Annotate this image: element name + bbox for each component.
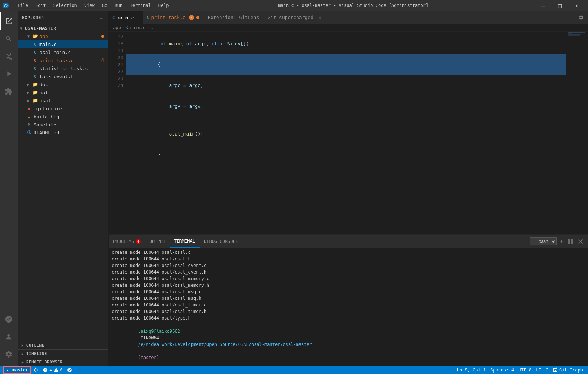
close-button[interactable]: ✕ bbox=[568, 0, 585, 11]
tree-file-gitignore[interactable]: ◆ .gitignore bbox=[18, 104, 108, 112]
outline-label: OUTLINE bbox=[26, 343, 45, 348]
breadcrumb-file-icon: C bbox=[126, 26, 128, 30]
chevron-right-icon: ▶ bbox=[26, 90, 31, 95]
filename-readme: README.md bbox=[34, 130, 59, 136]
tab-close-gitlens[interactable]: ✕ bbox=[318, 15, 321, 20]
status-git-graph[interactable]: Git Graph bbox=[550, 366, 585, 374]
panel-tab-debug[interactable]: DEBUG CONSOLE bbox=[200, 235, 243, 248]
activity-source-control[interactable] bbox=[0, 47, 18, 65]
code-line-20: argv = argv; bbox=[126, 96, 566, 117]
breadcrumb-main-c[interactable]: main.c bbox=[130, 25, 146, 30]
tree-file-main-c[interactable]: C main.c bbox=[18, 40, 108, 48]
tab-label-gitlens: Extension: GitLens — Git supercharged bbox=[208, 15, 313, 20]
status-branch[interactable]: master bbox=[3, 366, 31, 374]
code-editor: 17 18 19 20 21 22 23 24 int main(int arg… bbox=[109, 32, 588, 234]
menu-view[interactable]: View bbox=[81, 2, 98, 9]
panel-controls: 1: bash + bbox=[530, 236, 588, 246]
tab-main-c[interactable]: C main.c ✕ bbox=[109, 11, 143, 24]
panel-tab-problems[interactable]: PROBLEMS 4 bbox=[109, 235, 145, 248]
menu-go[interactable]: Go bbox=[99, 2, 110, 9]
tab-settings-button[interactable] bbox=[574, 11, 588, 24]
code-line-19: argc = argc; bbox=[126, 75, 566, 96]
code-content[interactable]: int main(int argc, char *argv[]) { argc … bbox=[126, 32, 566, 234]
tab-label-print-task-c: print_task.c bbox=[151, 15, 185, 20]
breadcrumb-dots[interactable]: … bbox=[151, 25, 153, 30]
tree-root-folder[interactable]: ▼ OSAL-MASTER bbox=[18, 24, 108, 32]
svg-text:VS: VS bbox=[4, 4, 9, 8]
status-language[interactable]: C bbox=[543, 366, 550, 374]
cursor-position: Ln 8, Col 1 bbox=[457, 367, 486, 373]
sidebar-actions: … bbox=[99, 14, 104, 21]
branch-name: master bbox=[12, 367, 28, 373]
remote-browser-panel[interactable]: ▶ REMOTE BROWSER bbox=[18, 358, 108, 366]
tree-file-print-task-c[interactable]: C print_task.c 4 bbox=[18, 56, 108, 64]
chevron-right-icon: ▶ bbox=[20, 360, 25, 364]
tree-file-readme[interactable]: ⓘ README.md bbox=[18, 129, 108, 137]
tree-file-osal-main-c[interactable]: C osal_main.c bbox=[18, 48, 108, 56]
activity-remote[interactable] bbox=[0, 310, 18, 328]
tree-file-statistics-task-c[interactable]: C statistics_task.c bbox=[18, 64, 108, 72]
term-line: create mode 100644 osal/osal_timer.h bbox=[112, 308, 585, 315]
terminal-content[interactable]: create mode 100644 osal/osal.c create mo… bbox=[109, 248, 588, 366]
activity-search[interactable] bbox=[0, 30, 18, 47]
menu-selection[interactable]: Selection bbox=[50, 2, 80, 9]
activity-run[interactable] bbox=[0, 65, 18, 83]
menu-file[interactable]: File bbox=[15, 2, 31, 9]
tree-folder-hal[interactable]: ▶ 📁 hal bbox=[18, 88, 108, 96]
panel: PROBLEMS 4 OUTPUT TERMINAL DEBUG CONSOLE… bbox=[109, 234, 588, 366]
terminal-selector[interactable]: 1: bash bbox=[530, 237, 557, 245]
language-mode: C bbox=[546, 367, 548, 373]
status-sync[interactable] bbox=[31, 366, 40, 374]
outline-panel[interactable]: ▶ OUTLINE bbox=[18, 341, 108, 349]
new-file-button[interactable]: … bbox=[99, 14, 104, 21]
term-line: create mode 100644 osal/osal_memory.h bbox=[112, 282, 585, 289]
status-position[interactable]: Ln 8, Col 1 bbox=[455, 366, 488, 374]
status-encoding[interactable]: UTF-8 bbox=[516, 366, 534, 374]
problems-badge: 4 bbox=[136, 239, 141, 244]
activity-settings[interactable] bbox=[0, 346, 18, 363]
term-line: create mode 100644 osal/osal_msg.h bbox=[112, 295, 585, 302]
panel-tab-output[interactable]: OUTPUT bbox=[145, 235, 170, 248]
filename-build-bfg: build.bfg bbox=[34, 114, 59, 119]
term-line: create mode 100644 osal/osal_memory.c bbox=[112, 275, 585, 282]
panel-tab-terminal[interactable]: TERMINAL bbox=[170, 235, 200, 248]
menu-terminal[interactable]: Terminal bbox=[127, 2, 154, 9]
activity-extensions[interactable] bbox=[0, 83, 18, 100]
activity-bar bbox=[0, 11, 18, 366]
activity-accounts[interactable] bbox=[0, 328, 18, 346]
tab-gitlens[interactable]: Extension: GitLens — Git supercharged ✕ bbox=[203, 11, 326, 24]
status-spaces[interactable]: Spaces: 4 bbox=[488, 366, 516, 374]
code-line-24 bbox=[126, 165, 566, 172]
restore-button[interactable]: □ bbox=[552, 0, 568, 11]
sidebar: EXPLORER … ▼ OSAL-MASTER ▼ 📂 app ● bbox=[18, 11, 109, 366]
tab-icon-c: C bbox=[112, 16, 115, 20]
split-terminal-button[interactable] bbox=[566, 237, 575, 246]
status-errors[interactable]: 4 0 bbox=[40, 366, 65, 374]
chevron-down-icon: ▼ bbox=[26, 34, 31, 38]
kill-terminal-button[interactable] bbox=[576, 237, 585, 246]
status-line-ending[interactable]: LF bbox=[534, 366, 543, 374]
svg-rect-1 bbox=[568, 239, 570, 244]
timeline-panel[interactable]: ▶ TIMELINE bbox=[18, 349, 108, 358]
menu-run[interactable]: Run bbox=[112, 2, 125, 9]
tree-folder-doc[interactable]: ▶ 📁 doc bbox=[18, 80, 108, 88]
new-terminal-button[interactable]: + bbox=[558, 236, 565, 246]
tree-file-build-bfg[interactable]: ≡ build.bfg bbox=[18, 112, 108, 121]
tab-bar: C main.c ✕ C print_task.c 4 Extension: G… bbox=[109, 11, 588, 24]
menu-help[interactable]: Help bbox=[155, 2, 172, 9]
minimize-button[interactable]: – bbox=[535, 0, 552, 11]
activity-explorer[interactable] bbox=[0, 12, 18, 30]
problems-label: PROBLEMS bbox=[113, 239, 134, 244]
main-layout: EXPLORER … ▼ OSAL-MASTER ▼ 📂 app ● bbox=[0, 11, 588, 366]
breadcrumb-app[interactable]: app bbox=[113, 25, 121, 30]
tab-print-task-c[interactable]: C print_task.c 4 bbox=[143, 11, 203, 24]
tree-folder-app[interactable]: ▼ 📂 app ● bbox=[18, 32, 108, 40]
tree-folder-osal[interactable]: ▶ 📁 osal bbox=[18, 96, 108, 104]
tree-file-task-event-h[interactable]: C task_event.h bbox=[18, 72, 108, 80]
menu-edit[interactable]: Edit bbox=[32, 2, 49, 9]
warning-count: 0 bbox=[60, 367, 63, 373]
file-icon-makefile: M bbox=[26, 122, 32, 127]
chevron-down-icon: ▼ bbox=[19, 26, 23, 30]
status-remote[interactable] bbox=[65, 366, 74, 374]
tree-file-makefile[interactable]: M Makefile bbox=[18, 121, 108, 129]
